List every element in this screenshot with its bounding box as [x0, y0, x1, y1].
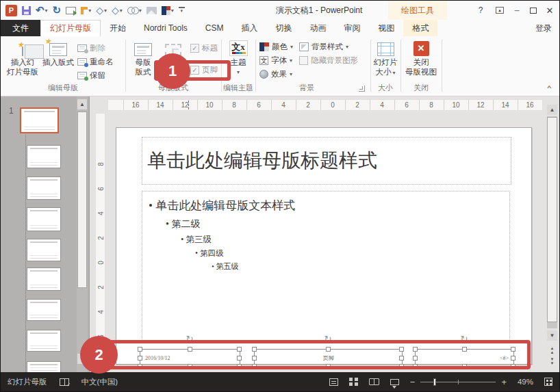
thumbnail-scrollbar[interactable]: ▲ ▼	[77, 96, 88, 374]
save-icon[interactable]	[22, 4, 31, 16]
start-slideshow-icon[interactable]	[66, 4, 76, 16]
layout-thumbnail[interactable]	[27, 145, 61, 168]
hide-background-graphics-row[interactable]: 隐藏背景图形	[299, 55, 358, 66]
ribbon-display-icon	[496, 7, 504, 14]
annotation-box-footer-placeholders	[88, 340, 531, 369]
ruler-tick-label: 8	[222, 100, 246, 111]
fit-to-window-icon[interactable]	[544, 378, 552, 386]
tab-8[interactable]: 审阅	[335, 20, 369, 36]
collapse-ribbon-icon[interactable]: ^	[547, 86, 551, 91]
shape-arrange-icon[interactable]: ▾	[81, 4, 91, 16]
zoom-out-icon[interactable]: −	[410, 377, 416, 387]
ruler-tick-label: 12	[173, 100, 197, 111]
rename-icon	[77, 58, 87, 66]
effects-button[interactable]: 效果 ▾	[259, 68, 292, 80]
spell-check-icon[interactable]	[60, 378, 69, 386]
tab-9[interactable]: 视图	[369, 20, 403, 36]
preserve-button[interactable]: 保留	[77, 69, 105, 81]
scroll-up-icon[interactable]: ▲	[77, 99, 87, 109]
theme-colors-icon	[162, 6, 170, 15]
layout-thumbnail[interactable]	[27, 207, 61, 231]
view-name-label: 幻灯片母版	[8, 377, 47, 387]
layout-thumbnail[interactable]	[27, 267, 61, 291]
chevron-down-icon: ▾	[391, 70, 395, 76]
slideshow-view-icon[interactable]	[390, 379, 399, 385]
undo-icon[interactable]: ▾	[36, 4, 48, 16]
title-checkbox-row[interactable]: 标题	[190, 43, 218, 53]
drawing-tools-contextual-label: 绘图工具	[388, 1, 447, 20]
zoom-in-icon[interactable]: +	[501, 377, 507, 387]
help-button[interactable]: ?	[472, 1, 489, 20]
tab-7[interactable]: 动画	[301, 20, 335, 36]
reading-view-icon[interactable]	[369, 378, 379, 385]
zoom-level-label[interactable]: 49%	[518, 378, 533, 386]
close-master-view-button[interactable]: 关闭 母版视图	[403, 38, 439, 77]
tab-5[interactable]: 插入	[232, 20, 266, 36]
dialog-launcher-icon[interactable]	[359, 86, 365, 92]
previous-slide-button[interactable]: ▲▲	[547, 346, 557, 356]
delete-button[interactable]: 删除	[77, 42, 105, 54]
group-edit-master: 插入幻 灯片母版 插入版式 删除 重命名 保留 编辑母版	[2, 36, 124, 95]
scroll-down-icon[interactable]: ▼	[547, 330, 557, 341]
slide-sorter-view-icon[interactable]	[349, 378, 358, 386]
rename-button[interactable]: 重命名	[77, 55, 114, 68]
tab-10[interactable]: 格式	[403, 20, 437, 36]
tab-file[interactable]: 文件	[1, 20, 40, 36]
insert-slide-master-icon	[22, 47, 23, 57]
next-slide-button[interactable]: ▼▼	[547, 357, 557, 367]
zoom-control: − +	[410, 377, 507, 387]
chevron-down-icon: ▾	[120, 8, 123, 14]
insert-picture-icon[interactable]	[147, 4, 157, 16]
insert-slide-master-button[interactable]: 插入幻 灯片母版	[6, 38, 39, 77]
minimize-button[interactable]	[509, 1, 525, 20]
merge-shapes-icon[interactable]: ▾	[127, 4, 142, 16]
ruler-tick-label: 0	[320, 100, 345, 111]
thumbnail-scrollbar-thumb[interactable]	[77, 112, 87, 288]
body-placeholder[interactable]: 单击此处编辑母版文本样式第二级第三级第四级第五级	[142, 191, 510, 342]
undo-icon	[36, 5, 44, 16]
layout-thumbnail[interactable]	[27, 177, 61, 200]
slide-master-thumbnail[interactable]	[20, 107, 59, 133]
tab-6[interactable]: 切换	[266, 20, 301, 36]
tab-3[interactable]: Nordri Tools	[135, 20, 196, 36]
zoom-slider-track[interactable]	[420, 382, 496, 382]
qat-customize-icon[interactable]	[179, 4, 185, 16]
colors-button[interactable]: 颜色 ▾	[259, 40, 293, 53]
language-indicator[interactable]: 中文(中国)	[81, 377, 118, 387]
edit-shape-icon[interactable]: ▾	[112, 4, 123, 16]
zoom-slider-handle[interactable]	[433, 378, 436, 386]
ruler-tick-label: 2	[296, 100, 320, 111]
ribbon-display-options-button[interactable]	[491, 1, 509, 20]
redo-icon[interactable]	[53, 4, 62, 16]
ruler-tick-label: 6	[394, 100, 419, 111]
insert-layout-button[interactable]: 插入版式	[42, 38, 75, 68]
hide-background-graphics-checkbox[interactable]	[299, 56, 308, 65]
tab-2[interactable]: 开始	[101, 20, 135, 36]
slide-master-editing-surface[interactable]: 单击此处编辑母版标题样式 单击此处编辑母版文本样式第二级第三级第四级第五级 20…	[116, 127, 532, 365]
vertical-scrollbar[interactable]: ▲ ▼ ▲▲ ▼▼	[545, 96, 559, 374]
scroll-up-icon[interactable]: ▲	[547, 105, 557, 115]
group-divider	[255, 40, 256, 92]
sign-in-link[interactable]: 登录	[528, 20, 559, 36]
draw-shape-icon[interactable]: ▾	[96, 4, 107, 16]
fonts-button[interactable]: 字体 ▾	[259, 54, 292, 66]
slide-size-button[interactable]: 幻灯片 大小 ▾	[372, 38, 398, 77]
ruler-tick-label: 12	[468, 100, 493, 111]
powerpoint-logo[interactable]	[5, 4, 17, 16]
layout-thumbnail[interactable]	[27, 239, 61, 261]
tab-1[interactable]: 幻灯片母版	[40, 20, 101, 36]
background-styles-button[interactable]: 背景样式 ▾	[299, 40, 348, 53]
close-button[interactable]	[542, 1, 558, 20]
title-placeholder[interactable]: 单击此处编辑母版标题样式	[142, 137, 511, 185]
scrollbar-thumb[interactable]	[547, 117, 557, 322]
layout-thumbnail[interactable]	[27, 330, 61, 352]
chevron-down-icon: ▾	[45, 8, 48, 14]
normal-view-icon[interactable]	[329, 378, 338, 386]
theme-colors-icon[interactable]: ▾	[162, 4, 174, 16]
layout-thumbnail[interactable]	[27, 299, 61, 321]
title-checkbox[interactable]	[190, 44, 199, 53]
tab-4[interactable]: CSM	[196, 20, 233, 36]
maximize-button[interactable]	[525, 1, 542, 20]
ruler-tick-label: 0	[95, 259, 105, 267]
ruler-tick-label: 8	[95, 160, 105, 169]
